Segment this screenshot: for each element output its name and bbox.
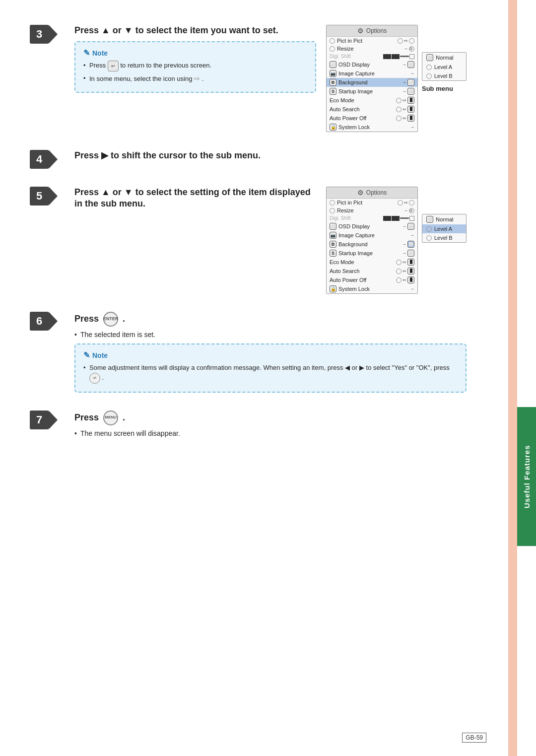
s5-ap-right: ▉ <box>407 276 414 283</box>
right-decorative-strip <box>508 0 517 756</box>
background-right-icon: ⬜ <box>407 79 414 86</box>
s5-digi-bar <box>383 216 414 221</box>
step-6-badge: 6 <box>30 312 49 331</box>
startup-s-icon: S <box>330 88 336 95</box>
submenu-level-a: Level A <box>422 63 466 71</box>
s5-level-b-icon <box>426 235 432 241</box>
page-number: GB-59 <box>462 734 486 741</box>
s5-system-lock: 🔒 System Lock → <box>327 284 417 293</box>
step-3-submenu-panel: ⬜ Normal Level A Level <box>422 52 467 81</box>
step-3-arrow <box>49 25 58 44</box>
step-3-note-title: ✎ Note <box>83 48 307 58</box>
s5-digi-shift: Digi. Shift <box>327 214 417 222</box>
menu-row-eco-mode: Eco Mode ⇨ ▉ <box>327 96 417 105</box>
step-7-bullet-1: • The menu screen will disappear. <box>74 429 467 437</box>
s5-submenu-level-b: Level B <box>422 233 466 242</box>
step-7-arrow <box>49 411 58 429</box>
step-5-content: Press ▲ or ▼ to select the setting of th… <box>74 187 467 294</box>
auto-search-right-icon: ▉ <box>407 106 414 113</box>
step-3-badge: 3 <box>30 25 49 44</box>
s5-background-icon: B <box>330 241 336 248</box>
step-4-block: 4 Press ▶ to shift the cursor to the sub… <box>30 150 467 169</box>
step-3-menu-area: ⚙ Options Pict in Pict ⇨ <box>326 25 467 132</box>
s5-eco-right: ▉ <box>407 259 414 266</box>
s5-startup-right: ⬜ <box>407 250 414 257</box>
auto-search-icon <box>396 107 402 112</box>
options-icon-5: ⚙ <box>357 189 364 197</box>
digi-bar <box>383 54 414 59</box>
note-pencil-icon-6: ✎ <box>83 350 90 360</box>
step-3-note-list: Press ↩ to return to the previous screen… <box>83 61 307 84</box>
s5-eco-mode: Eco Mode ⇨ ▉ <box>327 258 417 267</box>
s5-as-right: ▉ <box>407 268 414 275</box>
step-3-menu-title: ⚙ Options <box>327 25 417 37</box>
step-3-menu-panel: ⚙ Options Pict in Pict ⇨ <box>326 25 418 132</box>
step-4-title: Press ▶ to shift the cursor to the sub m… <box>74 150 467 161</box>
s5-ap-icon <box>396 277 402 283</box>
step-3-content: Press ▲ or ▼ to select the item you want… <box>74 25 467 132</box>
enter-button-icon: ENTER <box>103 312 118 327</box>
s5-image-capture: 📷 Image Capture → <box>327 231 417 240</box>
s5-auto-power: Auto Power Off ⇦ ▉ <box>327 275 417 284</box>
pict-in-pict-icon <box>330 38 335 44</box>
step-5-block: 5 Press ▲ or ▼ to select the setting of … <box>30 187 467 294</box>
s5-resize-right: ① <box>409 208 414 213</box>
step-6-note-box: ✎ Note Some adjustment items will displa… <box>74 344 467 393</box>
startup-right-icon: ⬜ <box>407 88 414 95</box>
s5-pict-right1 <box>398 200 403 206</box>
resize-right-icon: ① <box>409 46 414 52</box>
menu-row-pict-in-pict: Pict in Pict ⇨ <box>327 37 417 45</box>
step-6-content: Press ENTER . • The selected item is set… <box>74 312 467 393</box>
s5-level-a-icon <box>426 226 432 232</box>
step-3-note-item-2: In some menu, select the icon using ⇨ . <box>83 73 307 84</box>
s5-osd-display: ⬜ OSD Display → ⬜ <box>327 222 417 231</box>
s5-startup-icon: S <box>330 250 336 257</box>
step-3-number-col: 3 <box>30 25 69 44</box>
step-5-menu-area: ⚙ Options Pict in Pict ⇨ <box>326 187 467 294</box>
step-7-block: 7 Press MENU . • The menu screen will di… <box>30 411 467 441</box>
step-5-badge: 5 <box>30 187 49 206</box>
pict-right-icon2 <box>409 38 414 44</box>
s5-pict-icon <box>330 200 335 206</box>
s5-pict-right2 <box>409 200 414 206</box>
s5-submenu-level-a: Level A <box>422 224 466 233</box>
cursor-icon: ⇨ <box>194 74 200 82</box>
s5-menu-row-resize: Resize → ① <box>327 206 417 214</box>
menu-row-digi-shift: Digi. Shift <box>327 53 417 60</box>
s5-as-icon <box>396 269 402 274</box>
step-7-badge: 7 <box>30 411 49 429</box>
step-7-content: Press MENU . • The menu screen will disa… <box>74 411 467 441</box>
menu-row-auto-search: Auto Search ⇦ ▉ <box>327 105 417 114</box>
step-4-arrow <box>49 150 58 169</box>
auto-power-icon <box>396 116 402 121</box>
step-5-arrow <box>49 187 58 206</box>
step-4-content: Press ▶ to shift the cursor to the sub m… <box>74 150 467 165</box>
step-7-number-col: 7 <box>30 411 69 429</box>
sub-menu-label: Sub menu <box>422 85 453 92</box>
menu-row-osd-display: ⬜ OSD Display → ⬜ <box>327 60 417 69</box>
step-6-note-item-1: Some adjustment items will display a con… <box>83 363 458 384</box>
step-6-block: 6 Press ENTER . • The selected item is s… <box>30 312 467 393</box>
menu-button-icon: MENU <box>103 411 118 425</box>
step-6-arrow <box>49 312 58 331</box>
step-4-number-col: 4 <box>30 150 69 169</box>
eco-icon <box>396 98 402 103</box>
pict-right-icon <box>398 38 403 44</box>
step-7-bullets: • The menu screen will disappear. <box>74 429 467 437</box>
background-b-icon: B <box>330 79 336 86</box>
step-6-bullets: • The selected item is set. <box>74 331 467 339</box>
step-6-number-col: 6 <box>30 312 69 331</box>
options-icon: ⚙ <box>357 27 364 35</box>
submenu-level-b: Level B <box>422 71 466 80</box>
resize-icon <box>330 46 335 52</box>
s5-background: B Background → ⬜ <box>327 240 417 249</box>
level-a-icon <box>426 65 432 70</box>
osd-icon: ⬜ <box>330 61 336 68</box>
menu-row-resize: Resize → ① <box>327 45 417 53</box>
step-4-badge: 4 <box>30 150 49 169</box>
step-3-note-item-1: Press ↩ to return to the previous screen… <box>83 61 307 71</box>
normal-monitor-icon: ⬜ <box>426 54 433 61</box>
menu-row-background: B Background → ⬜ <box>327 78 417 87</box>
step-5-menu-title: ⚙ Options <box>327 187 417 199</box>
s5-startup-image: S Startup Image → ⬜ <box>327 249 417 258</box>
